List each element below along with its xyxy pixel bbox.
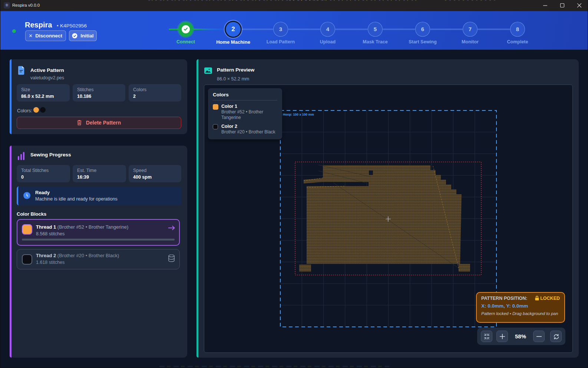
svg-text:Hoop: 100 x 100 mm: Hoop: 100 x 100 mm bbox=[283, 113, 314, 116]
